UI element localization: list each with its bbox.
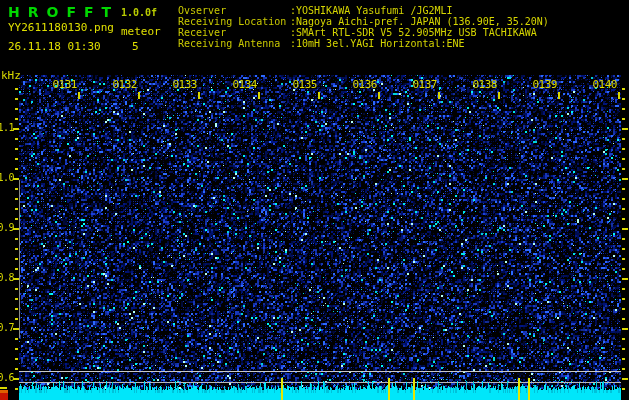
- info-label: Receiving Antenna: [178, 38, 290, 49]
- hrofft-window: HROFFT 1.0.0f YY2611180130.png meteor 26…: [0, 0, 629, 400]
- freq-tick-label: 0.9: [0, 222, 14, 233]
- app-version: 1.0.0f: [121, 7, 157, 18]
- info-label: Ovserver: [178, 5, 290, 16]
- time-tick-label: 0136: [353, 78, 378, 91]
- info-row-antenna: Receiving Antenna:10mH 3el.YAGI Horizont…: [178, 38, 549, 49]
- app-title: HROFFT: [8, 4, 119, 20]
- info-row-receiver: Receiver:SMArt RTL-SDR V5 52.905MHz USB …: [178, 27, 549, 38]
- freq-unit-label: kHz: [1, 69, 21, 82]
- freq-tick-label: 0.6: [0, 372, 14, 383]
- time-tick-label: 0139: [533, 78, 558, 91]
- freq-tick-label: 1.1: [0, 122, 14, 133]
- station-info: Ovserver:YOSHIKAWA Yasufumi /JG2MLI Rece…: [178, 5, 549, 49]
- time-tick-label: 0133: [173, 78, 198, 91]
- info-label: Receiver: [178, 27, 290, 38]
- info-label: Receiving Location: [178, 16, 290, 27]
- info-value: :10mH 3el.YAGI Horizontal:ENE: [290, 38, 465, 49]
- datetime-label: 26.11.18 01:30: [8, 40, 101, 53]
- freq-tick-label: 0.7: [0, 322, 14, 333]
- time-tick-label: 0132: [113, 78, 138, 91]
- time-tick-label: 0137: [413, 78, 438, 91]
- mode-label: meteor: [121, 25, 161, 38]
- info-row-location: Receiving Location:Nagoya Aichi-pref. JA…: [178, 16, 549, 27]
- time-tick-label: 0138: [473, 78, 498, 91]
- info-value: :YOSHIKAWA Yasufumi /JG2MLI: [290, 5, 453, 16]
- info-row-observer: Ovserver:YOSHIKAWA Yasufumi /JG2MLI: [178, 5, 549, 16]
- output-filename: YY2611180130.png: [8, 21, 114, 34]
- time-tick-label: 0134: [233, 78, 258, 91]
- time-tick-label: 0135: [293, 78, 318, 91]
- info-value: :SMArt RTL-SDR V5 52.905MHz USB TACHIKAW…: [290, 27, 537, 38]
- info-value: :Nagoya Aichi-pref. JAPAN (136.90E, 35.2…: [290, 16, 549, 27]
- freq-tick-label: 1.0: [0, 172, 14, 183]
- time-tick-label: 0140: [593, 78, 618, 91]
- spectrogram-canvas: [0, 0, 629, 400]
- time-tick-label: 0131: [53, 78, 78, 91]
- freq-tick-label: 0.8: [0, 272, 14, 283]
- meteor-count: 5: [132, 40, 139, 53]
